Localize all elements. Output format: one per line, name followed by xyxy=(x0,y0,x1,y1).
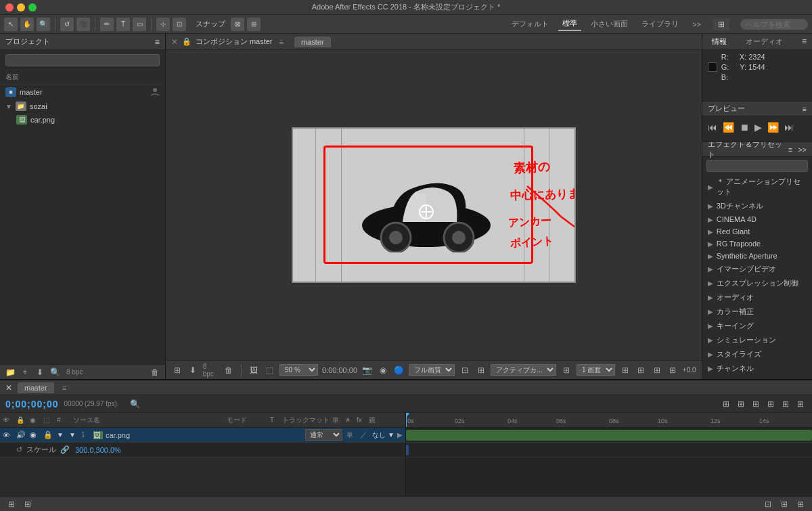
zoom-select[interactable]: 50 % 100 % 200 % xyxy=(279,364,318,376)
effect-rg-trapcode[interactable]: ▶ RG Trapcode xyxy=(702,238,812,250)
workspace-settings[interactable]: ⊞ xyxy=(713,18,729,30)
effects-expand[interactable]: >> xyxy=(798,146,807,154)
timeline-menu[interactable]: ≡ xyxy=(62,384,66,392)
timeline-tab[interactable]: master xyxy=(18,382,54,393)
effect-expression[interactable]: ▶ エクスプレッション制御 xyxy=(702,276,812,290)
tl-icon-4[interactable]: ⊞ xyxy=(765,398,777,410)
tool-hand[interactable]: ✋ xyxy=(20,18,34,31)
workspace-standard[interactable]: 標準 xyxy=(558,17,581,31)
tool-clone[interactable]: ⊡ xyxy=(173,18,186,31)
preview-first[interactable]: ⏮ xyxy=(708,122,717,133)
composition-viewer[interactable]: 素材の 中心にあります. アンカー ポイント xyxy=(166,50,702,360)
tl-icon-2[interactable]: ⊞ xyxy=(735,398,747,410)
layer-sub-expand[interactable]: ▼ xyxy=(69,431,78,439)
new-folder-btn[interactable]: 📁 xyxy=(4,366,16,378)
viewer-icons-1[interactable]: ⊞ xyxy=(171,364,183,376)
quality-select[interactable]: フル画質 xyxy=(409,364,455,376)
viewer-icon-12[interactable]: ⊞ xyxy=(651,364,662,376)
tool-select[interactable]: ↖ xyxy=(4,18,18,31)
viewer-icon-13[interactable]: ⊞ xyxy=(667,364,678,376)
view-select[interactable]: アクティブカ... xyxy=(491,364,556,376)
preview-prev[interactable]: ⏪ xyxy=(723,122,734,133)
new-comp-btn[interactable]: + xyxy=(19,366,31,378)
preview-last[interactable]: ⏭ xyxy=(784,122,794,133)
workspace-library[interactable]: ライブラリ xyxy=(637,18,683,30)
effect-stylize[interactable]: ▶ スタイライズ xyxy=(702,347,812,361)
layer-visible[interactable]: 👁 xyxy=(3,431,14,439)
effect-channel[interactable]: ▶ チャンネル xyxy=(702,361,812,376)
tl-icon-5[interactable]: ⊞ xyxy=(780,398,792,410)
effect-audio[interactable]: ▶ オーディオ xyxy=(702,290,812,305)
preview-menu[interactable]: ≡ xyxy=(803,105,807,113)
viewer-icon-7[interactable]: ⊡ xyxy=(459,364,470,376)
project-search-input[interactable] xyxy=(5,54,160,66)
tool-shape[interactable]: ▭ xyxy=(133,18,146,31)
info-panel-menu[interactable]: ≡ xyxy=(796,34,812,49)
layer-audio[interactable]: 🔊 xyxy=(16,430,27,439)
layer-parent-select[interactable]: なし ▼ xyxy=(372,430,394,440)
tool-rotate[interactable]: ↺ xyxy=(60,18,74,31)
project-item-car[interactable]: 🖼 car.png xyxy=(11,113,165,127)
info-tab-audio[interactable]: オーディオ xyxy=(736,34,792,49)
effect-simulation[interactable]: ▶ シミュレーション xyxy=(702,333,812,347)
project-item-actions[interactable] xyxy=(150,87,160,97)
tl-search[interactable]: 🔍 xyxy=(129,398,141,410)
effect-cinema4d[interactable]: ▶ CINEMA 4D xyxy=(702,213,812,225)
effects-menu[interactable]: ≡ xyxy=(788,146,792,154)
track-row-1[interactable] xyxy=(406,428,812,443)
close-button[interactable] xyxy=(5,3,14,12)
effect-text[interactable]: ▶ テキスト xyxy=(702,376,812,379)
snap-toggle[interactable]: ⊠ xyxy=(231,18,244,31)
viewer-icon-3[interactable]: 🖼 xyxy=(248,364,259,376)
workspace-more[interactable]: >> xyxy=(688,19,705,30)
layer-mode-select[interactable]: 通常 xyxy=(305,429,342,441)
help-search[interactable] xyxy=(740,19,808,30)
tl-bottom-4[interactable]: ⊞ xyxy=(778,498,790,510)
project-item-sozai[interactable]: ▼ 📁 sozai xyxy=(0,99,165,113)
effect-keying[interactable]: ▶ キーイング xyxy=(702,319,812,333)
tool-camera[interactable]: 🎥 xyxy=(76,18,90,31)
minimize-button[interactable] xyxy=(17,3,25,12)
project-panel-menu[interactable]: ≡ xyxy=(155,37,160,47)
preview-stop[interactable]: ⏹ xyxy=(740,122,749,133)
viewer-icon-8[interactable]: ⊞ xyxy=(475,364,487,376)
import-btn[interactable]: ⬇ xyxy=(34,366,46,378)
preview-next[interactable]: ⏩ xyxy=(767,122,779,133)
tool-zoom[interactable]: 🔍 xyxy=(37,18,50,31)
tl-bottom-1[interactable]: ⊞ xyxy=(5,498,18,510)
maximize-button[interactable] xyxy=(28,3,37,12)
layer-expand[interactable]: ▼ xyxy=(57,431,66,439)
tl-bottom-3[interactable]: ⊡ xyxy=(762,498,774,510)
playhead[interactable] xyxy=(406,413,407,427)
effects-search-input[interactable] xyxy=(706,160,808,172)
tool-text[interactable]: T xyxy=(116,18,130,31)
effect-immersive[interactable]: ▶ イマーシブビデオ xyxy=(702,262,812,276)
workspace-default[interactable]: デフォルト xyxy=(508,18,553,30)
tl-bottom-5[interactable]: ⊞ xyxy=(794,498,807,510)
viewer-icons-2[interactable]: ⬇ xyxy=(187,364,198,376)
effect-animation-presets[interactable]: ▶ ＊ アニメーションプリセット xyxy=(702,175,812,199)
track-row-scale[interactable] xyxy=(406,443,812,458)
timeline-close[interactable]: ✕ xyxy=(5,383,12,393)
tl-bottom-2[interactable]: ⊞ xyxy=(22,498,34,510)
effect-3d[interactable]: ▶ 3Dチャンネル xyxy=(702,199,812,213)
viewer-icon-11[interactable]: ⊞ xyxy=(635,364,646,376)
project-item-master[interactable]: ■ master xyxy=(0,85,165,99)
tl-icon-1[interactable]: ⊞ xyxy=(720,398,732,410)
viewer-icon-5[interactable]: ◉ xyxy=(378,364,389,376)
effect-red-giant[interactable]: ▶ Red Giant xyxy=(702,225,812,238)
viewer-icon-10[interactable]: ⊞ xyxy=(619,364,631,376)
effect-synthetic-aperture[interactable]: ▶ Synthetic Aperture xyxy=(702,250,812,262)
tool-puppet[interactable]: ⊹ xyxy=(156,18,170,31)
tool-pen[interactable]: ✏ xyxy=(100,18,114,31)
workspace-small[interactable]: 小さい画面 xyxy=(587,18,632,30)
comp-close[interactable]: ✕ xyxy=(171,37,178,47)
viewer-icon-9[interactable]: ⊞ xyxy=(560,364,572,376)
rotation-icon[interactable]: ↺ xyxy=(16,445,22,454)
frames-select[interactable]: 1 画面 xyxy=(577,364,615,376)
effect-color-correct[interactable]: ▶ カラー補正 xyxy=(702,305,812,319)
layer-arrow-right[interactable]: ▶ xyxy=(397,431,403,439)
snapshot-btn[interactable]: 📷 xyxy=(361,364,373,376)
layer-solo[interactable]: ◉ xyxy=(30,430,41,439)
tl-icon-3[interactable]: ⊞ xyxy=(750,398,762,410)
